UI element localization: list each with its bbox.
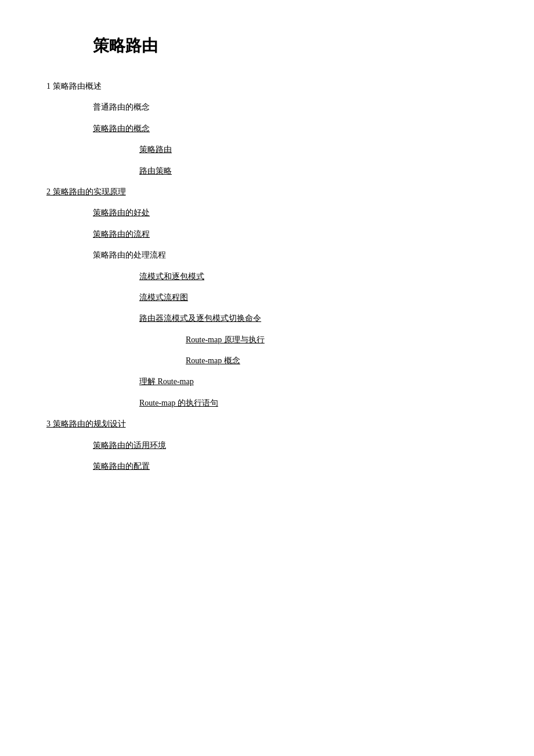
toc-link-s3[interactable]: 3 策略路由的规划设计 xyxy=(46,419,126,428)
toc-link-s3-1[interactable]: 策略路由的适用环境 xyxy=(93,441,166,450)
toc-item-s1-2[interactable]: 策略路由的概念 xyxy=(93,122,488,135)
toc-item-s3-2[interactable]: 策略路由的配置 xyxy=(93,460,488,473)
toc-item-s2-3: 策略路由的处理流程 xyxy=(93,249,488,262)
toc-link-s1-2-2[interactable]: 路由策略 xyxy=(139,167,172,175)
toc-link-s2-4[interactable]: 理解 Route-map xyxy=(139,377,194,386)
toc-item-s2-3-1[interactable]: 流模式和逐包模式 xyxy=(139,270,488,283)
toc-link-s2-3-3[interactable]: 路由器流模式及逐包模式切换命令 xyxy=(139,314,261,323)
toc-link-s2-3-3-2[interactable]: Route-map 概念 xyxy=(186,356,240,365)
toc-item-s2-3-2[interactable]: 流模式流程图 xyxy=(139,291,488,304)
toc-item-s2-1[interactable]: 策略路由的好处 xyxy=(93,207,488,219)
toc-text-s2-3: 策略路由的处理流程 xyxy=(93,251,166,259)
toc-link-s3-2[interactable]: 策略路由的配置 xyxy=(93,462,150,471)
table-of-contents: 1 策略路由概述普通路由的概念策略路由的概念策略路由路由策略2 策略路由的实现原… xyxy=(46,80,488,481)
toc-item-s1-2-2[interactable]: 路由策略 xyxy=(139,165,488,178)
toc-item-s2-3-3-1[interactable]: Route-map 原理与执行 xyxy=(186,334,488,346)
toc-link-s2-3-3-1[interactable]: Route-map 原理与执行 xyxy=(186,335,265,344)
toc-item-s3-1[interactable]: 策略路由的适用环境 xyxy=(93,439,488,452)
toc-item-s2[interactable]: 2 策略路由的实现原理 xyxy=(46,186,488,198)
toc-text-s1-1: 普通路由的概念 xyxy=(93,103,150,111)
toc-item-s2-5[interactable]: Route-map 的执行语句 xyxy=(139,397,488,410)
toc-link-s2[interactable]: 2 策略路由的实现原理 xyxy=(46,187,126,196)
toc-item-s3[interactable]: 3 策略路由的规划设计 xyxy=(46,418,488,431)
toc-link-s2-5[interactable]: Route-map 的执行语句 xyxy=(139,399,218,407)
toc-item-s1-2-1[interactable]: 策略路由 xyxy=(139,143,488,156)
toc-link-s1-2-1[interactable]: 策略路由 xyxy=(139,145,172,154)
toc-item-s1-1: 普通路由的概念 xyxy=(93,101,488,114)
toc-item-s2-3-3-2[interactable]: Route-map 概念 xyxy=(186,355,488,367)
toc-link-s1-2[interactable]: 策略路由的概念 xyxy=(93,124,150,133)
toc-link-s2-1[interactable]: 策略路由的好处 xyxy=(93,208,150,217)
toc-item-s2-3-3[interactable]: 路由器流模式及逐包模式切换命令 xyxy=(139,312,488,325)
toc-item-s1: 1 策略路由概述 xyxy=(46,80,488,93)
toc-link-s2-2[interactable]: 策略路由的流程 xyxy=(93,230,150,238)
page-title: 策略路由 xyxy=(93,35,488,57)
toc-link-s2-3-2[interactable]: 流模式流程图 xyxy=(139,293,188,302)
toc-link-s2-3-1[interactable]: 流模式和逐包模式 xyxy=(139,272,204,281)
toc-item-s2-2[interactable]: 策略路由的流程 xyxy=(93,228,488,241)
toc-item-s2-4[interactable]: 理解 Route-map xyxy=(139,375,488,388)
toc-text-s1: 1 策略路由概述 xyxy=(46,82,102,91)
